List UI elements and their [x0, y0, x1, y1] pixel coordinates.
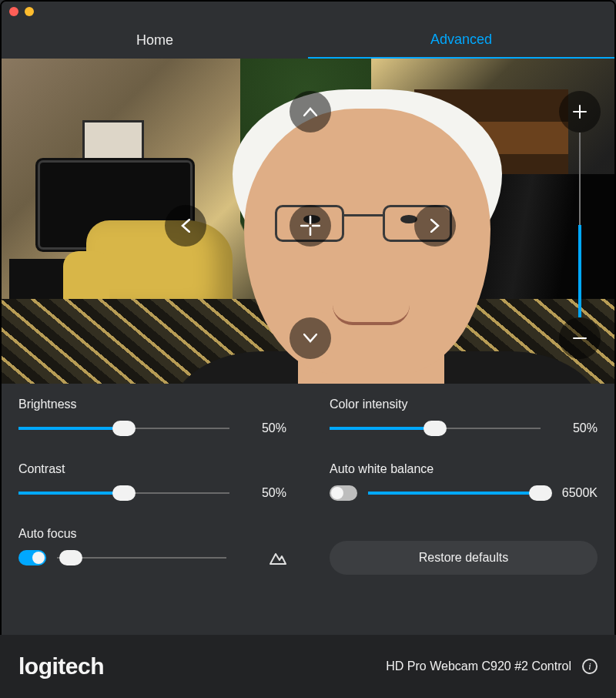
close-window-button[interactable]	[9, 7, 18, 16]
brightness-control: Brightness 50%	[18, 398, 286, 436]
brightness-label: Brightness	[18, 398, 286, 411]
auto-white-balance-toggle[interactable]	[330, 485, 357, 501]
auto-focus-control: Auto focus	[18, 527, 286, 575]
color-intensity-label: Color intensity	[330, 398, 598, 411]
color-intensity-value: 50%	[551, 421, 598, 435]
zoom-slider-fill	[578, 225, 581, 317]
info-icon[interactable]: i	[582, 659, 598, 674]
zoom-in-button[interactable]	[559, 91, 601, 133]
brightness-slider[interactable]	[18, 421, 229, 436]
pan-down-button[interactable]	[290, 317, 331, 359]
brightness-value: 50%	[240, 421, 286, 435]
color-intensity-control: Color intensity 50%	[330, 398, 598, 436]
color-intensity-slider[interactable]	[330, 421, 541, 436]
tab-home[interactable]: Home	[2, 22, 308, 59]
pan-left-button[interactable]	[165, 205, 206, 247]
restore-defaults-container: Restore defaults	[330, 527, 598, 575]
restore-defaults-button[interactable]: Restore defaults	[330, 541, 598, 575]
titlebar	[2, 2, 614, 22]
zoom-out-button[interactable]	[559, 317, 601, 359]
pan-center-button[interactable]	[290, 205, 331, 247]
white-balance-value: 6500K	[551, 486, 598, 500]
focus-slider[interactable]	[57, 550, 226, 565]
tab-bar: Home Advanced	[2, 22, 614, 59]
auto-white-balance-label: Auto white balance	[330, 462, 598, 476]
focus-mountain-icon	[270, 551, 286, 565]
auto-focus-toggle[interactable]	[18, 550, 46, 565]
footer: logitech HD Pro Webcam C920 #2 Control i	[0, 635, 616, 698]
brand-logo: logitech	[18, 653, 104, 680]
pan-right-button[interactable]	[414, 205, 456, 247]
minimize-window-button[interactable]	[25, 7, 34, 16]
auto-focus-label: Auto focus	[18, 527, 286, 541]
tab-advanced[interactable]: Advanced	[308, 22, 614, 59]
controls-panel: Brightness 50% Color intensity 50% Contr…	[2, 384, 614, 581]
contrast-control: Contrast 50%	[18, 462, 286, 501]
contrast-value: 50%	[240, 486, 286, 500]
white-balance-slider[interactable]	[368, 485, 541, 501]
auto-white-balance-control: Auto white balance 6500K	[330, 462, 598, 501]
contrast-label: Contrast	[18, 462, 286, 476]
device-name: HD Pro Webcam C920 #2 Control	[386, 659, 571, 673]
contrast-slider[interactable]	[18, 485, 229, 501]
pan-up-button[interactable]	[290, 91, 331, 133]
camera-preview	[2, 59, 614, 384]
